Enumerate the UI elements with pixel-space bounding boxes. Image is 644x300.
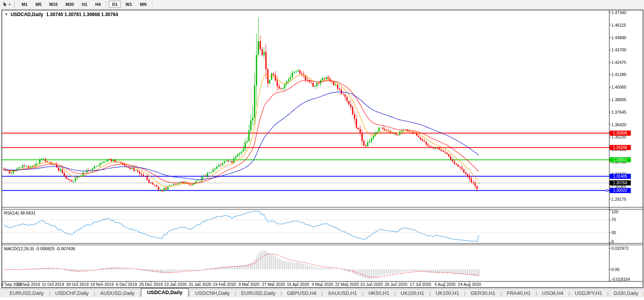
candle-body — [401, 131, 402, 132]
date-label: 25 Dec 2019 — [139, 282, 163, 287]
candle-body — [461, 167, 463, 169]
candle-body — [416, 133, 417, 136]
candle-body — [299, 70, 300, 73]
candle-body — [62, 169, 63, 173]
tab-uk100-h1[interactable]: UK100,H1 — [396, 290, 429, 296]
tab-usdchf-daily[interactable]: USDCHF,Daily — [51, 290, 93, 296]
tab-xauusd-h1[interactable]: XAUUSD,H1 — [323, 290, 362, 296]
timeframe-m5[interactable]: M5 — [32, 1, 44, 8]
tab-hk50-h1[interactable]: HK50,H1 — [364, 290, 394, 296]
candle-body — [113, 160, 114, 161]
chart-canvas[interactable]: 1.473401.461151.448901.437001.424751.412… — [0, 0, 644, 300]
tab-eurusd-daily[interactable]: EURUSD,Daily — [236, 290, 280, 296]
macd-tick-label: 0.00 — [611, 267, 620, 272]
date-label: 10 Jun 2020 — [360, 282, 383, 287]
candle-body — [173, 184, 174, 185]
line-handle[interactable] — [606, 189, 608, 191]
candle-body — [71, 180, 72, 182]
tab-divider: | — [281, 291, 282, 296]
candle-body — [456, 164, 457, 165]
candle-body — [443, 151, 444, 152]
candle-body — [441, 149, 442, 151]
candle-body — [290, 77, 291, 79]
symbol-tabbar: EURUSD,Daily|USDCHF,Daily|AUDUSD,Daily|U… — [0, 289, 644, 297]
candle-body — [384, 129, 385, 130]
date-label: 23 Sep 2019 — [17, 282, 40, 287]
candle-body — [333, 82, 334, 85]
candle-body — [269, 80, 270, 84]
candle-body — [324, 78, 325, 79]
candle-body — [252, 118, 253, 120]
tab-usdjpy-h1[interactable]: USDJPY,H1 — [570, 290, 607, 296]
date-label: 6 Dec 2019 — [116, 282, 137, 287]
candle-body — [382, 128, 383, 129]
tab-usoil-h4[interactable]: USOil,H4 — [537, 290, 568, 296]
tab-divider: | — [189, 291, 190, 296]
date-label: 17 Jul 2020 — [410, 282, 431, 287]
candle-body — [250, 120, 251, 130]
cursor-tool-icon[interactable] — [2, 2, 8, 7]
tab-divider: | — [322, 291, 323, 296]
candle-body — [135, 171, 136, 171]
candle-body — [363, 141, 364, 145]
candle-body — [201, 177, 202, 180]
chart-window-bg — [2, 10, 643, 288]
timeframe-h1[interactable]: H1 — [79, 1, 90, 8]
candle-body — [294, 72, 295, 73]
candle-body — [392, 133, 393, 133]
price-tick-label: 1.44890 — [611, 35, 626, 40]
timeframe-h4[interactable]: H4 — [92, 1, 104, 8]
candle-body — [163, 188, 165, 191]
candle-body — [229, 162, 231, 162]
date-label: 13 Jan 2020 — [164, 282, 187, 287]
candle-body — [228, 161, 229, 162]
timeframe-w1[interactable]: W1 — [123, 1, 135, 8]
price-tick-label: 1.36420 — [611, 122, 626, 127]
tab-dj30-daily[interactable]: DJ30,Daily — [609, 290, 643, 296]
candle-body — [66, 176, 67, 178]
timeframe-m15[interactable]: M15 — [46, 1, 61, 8]
tab-gbpusd-h4[interactable]: GBPUSD,H4 — [282, 290, 321, 296]
tab-divider: | — [464, 291, 465, 296]
candle-body — [105, 162, 106, 162]
timeframe-mn[interactable]: MN — [137, 1, 150, 8]
tab-audusd-daily[interactable]: AUDUSD,Daily — [95, 290, 139, 296]
candle-body — [445, 152, 446, 153]
tab-usdcnh-daily[interactable]: USDCNH,Daily — [190, 290, 234, 296]
candle-body — [431, 147, 432, 147]
candle-body — [94, 166, 95, 169]
timeframe-d1[interactable]: D1 — [109, 1, 121, 8]
resistance-line-1-badge-label: 1.35606 — [613, 131, 628, 135]
candle-body — [18, 167, 20, 168]
tab-divider: | — [139, 291, 141, 296]
date-label: 19 Feb 2020 — [213, 282, 236, 287]
candle-body — [426, 142, 427, 144]
chart-title: ▼ USDCAD,Daily 1.30740 1.30781 1.30668 1… — [5, 12, 118, 17]
rsi-tick-label: 0 — [611, 239, 614, 244]
candle-body — [280, 89, 282, 89]
chevron-down-icon[interactable]: ▼ — [8, 3, 11, 6]
tab-ger30-h1[interactable]: GER30,H1 — [466, 290, 500, 296]
rsi-tick-label: 100 — [611, 209, 618, 214]
candle-body — [20, 167, 22, 168]
candle-body — [469, 176, 470, 179]
candle-body — [64, 173, 65, 176]
timeframe-group: M1M5M15M30H1H4D1W1MN — [18, 1, 154, 8]
tab-uk100-h1[interactable]: UK100,H1 — [431, 290, 464, 296]
chart-ohlc-values: 1.30740 1.30781 1.30668 1.30764 — [46, 12, 118, 17]
collapse-triangle-icon[interactable]: ▼ — [5, 13, 8, 16]
candle-body — [248, 131, 249, 141]
candle-body — [278, 86, 280, 89]
tab-divider: | — [49, 291, 50, 296]
timeframe-m30[interactable]: M30 — [62, 1, 77, 8]
timeframe-m1[interactable]: M1 — [18, 1, 31, 8]
tab-eurusd-daily[interactable]: EURUSD,Daily — [5, 290, 48, 296]
toolbar-grip[interactable] — [14, 1, 15, 7]
candle-body — [265, 52, 267, 69]
tab-fra40-h1[interactable]: FRA40,H1 — [502, 290, 536, 296]
candle-body — [41, 159, 42, 160]
date-label: 4 May 2020 — [312, 282, 333, 287]
candle-body — [239, 153, 240, 155]
tab-usdcad-daily[interactable]: USDCAD,Daily — [141, 288, 188, 297]
support-line-1-badge-label: 1.31405 — [613, 174, 628, 178]
